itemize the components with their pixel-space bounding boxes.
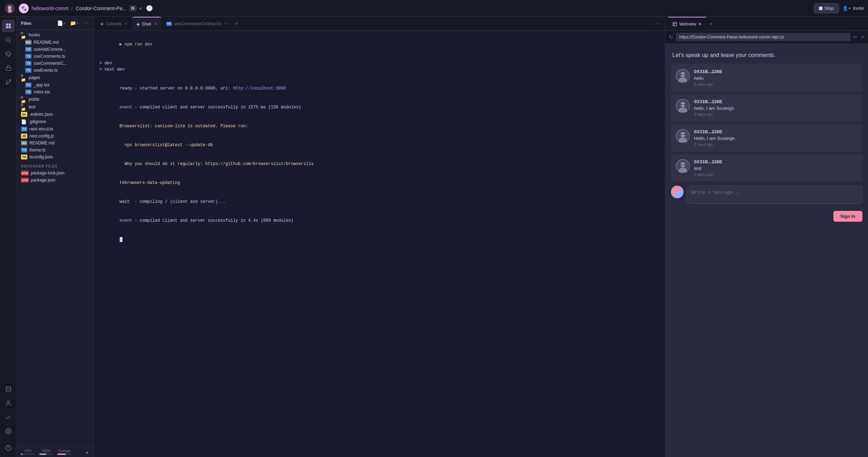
terminal-cursor	[120, 237, 122, 242]
sidebar-item-settings[interactable]	[2, 425, 15, 437]
file-package-lock[interactable]: NPM package-lock.json	[17, 170, 93, 177]
shell-tab-label: Shell	[142, 22, 151, 27]
tabs-more-icon[interactable]: ⋯	[652, 20, 662, 28]
tab-console[interactable]: ▶ Console ✕	[97, 17, 132, 30]
file-readme-root[interactable]: MD README.md	[17, 140, 93, 147]
sidebar-item-secrets[interactable]	[2, 62, 15, 74]
add-tab-icon[interactable]: +	[232, 19, 241, 28]
webview-url-input[interactable]	[676, 33, 850, 41]
webview-header: Let's speak up and leave your comments.	[665, 44, 868, 64]
folder-hooks[interactable]: ▶ 📁 hooks	[17, 31, 93, 39]
folder-icon: ▶ 📁	[21, 32, 27, 38]
webview-tab-close[interactable]: ✕	[698, 22, 702, 27]
svg-rect-1	[6, 23, 8, 26]
file-usecomments[interactable]: TS useComments.ts	[17, 53, 93, 60]
center-panel: ▶ Console ✕ ◈ Shell ✕ TS useCommentsCont…	[94, 17, 665, 457]
replit-logo[interactable]	[4, 3, 15, 14]
tab-usecommentscontract[interactable]: TS useCommentsContract.ts ✕	[162, 17, 231, 30]
storage-resource[interactable]: Storage	[57, 449, 71, 455]
file-theme[interactable]: TS theme.ts	[17, 147, 93, 153]
tab-webview[interactable]: Webview ✕	[668, 17, 706, 30]
repl-owner[interactable]: helloworld-comm	[31, 6, 69, 11]
sidebar-item-files[interactable]	[2, 20, 15, 32]
comment-body: 0X31B...226E hello, I am Souleigh. 2 day…	[694, 99, 858, 116]
svg-point-25	[684, 74, 685, 75]
collapse-panel-icon[interactable]: ▲	[85, 450, 89, 455]
sidebar-item-git[interactable]	[2, 76, 15, 88]
open-external-icon[interactable]: ↗	[860, 34, 864, 40]
terminal-line: event - compiled client and server succe…	[99, 211, 659, 230]
file-useevents[interactable]: TS useEvents.ts	[17, 67, 93, 74]
file-next-config[interactable]: JS next.config.js	[17, 133, 93, 140]
avatar-svg	[677, 70, 689, 82]
file-package[interactable]: NPM package.json	[17, 177, 93, 184]
files-more-icon[interactable]: ⋯	[82, 20, 89, 27]
folder-test[interactable]: ▶ 📁 test	[17, 103, 93, 111]
shell-tab-icon: ◈	[136, 22, 140, 27]
file-usecommentsc[interactable]: TS useCommentsC...	[17, 60, 93, 67]
svg-line-6	[9, 41, 10, 42]
file-eslintrc[interactable]: ES .eslintrc.json	[17, 111, 93, 118]
svg-point-14	[7, 401, 9, 403]
folder-public[interactable]: ▶ 📁 public	[17, 95, 93, 103]
ram-resource[interactable]: RAM	[39, 449, 53, 455]
file-readme-hooks[interactable]: MD README.md	[17, 39, 93, 46]
history-icon[interactable]: 🕐	[146, 5, 153, 12]
tab-shell[interactable]: ◈ Shell ✕	[132, 17, 161, 30]
refresh-icon[interactable]: ↻	[669, 34, 673, 40]
repl-badge[interactable]: N	[129, 5, 136, 12]
sidebar-item-user[interactable]	[2, 397, 15, 409]
repl-chevron-icon[interactable]: ▾	[139, 6, 142, 11]
repl-name[interactable]: Condor-Comment-Pa...	[76, 6, 126, 11]
terminal-line: t#browsers-data-updating	[99, 173, 659, 192]
file-tsconfig[interactable]: TS tsconfig.json	[17, 153, 93, 160]
sidebar-item-search[interactable]	[2, 34, 15, 46]
comment-avatar	[676, 159, 690, 173]
svg-rect-18	[673, 22, 677, 26]
new-file-icon[interactable]: 📄+	[56, 20, 67, 27]
usecommentscontract-tab-close[interactable]: ✕	[224, 21, 227, 26]
terminal[interactable]: ▶ npm run dev > dev > next dev ready - s…	[94, 31, 665, 457]
webview-tab-label: Webview	[679, 22, 696, 27]
terminal-line	[99, 73, 659, 79]
terminal-line: Browserslist: caniuse-lite is outdated. …	[99, 117, 659, 136]
terminal-line: > dev	[99, 60, 659, 66]
add-webview-tab-icon[interactable]: +	[707, 19, 715, 28]
cpu-resource[interactable]: CPU	[21, 449, 35, 455]
stop-icon	[819, 7, 822, 10]
stop-button[interactable]: Stop	[814, 3, 839, 13]
svg-rect-9	[6, 67, 11, 70]
svg-rect-3	[6, 26, 8, 28]
folder-icon: ▶ 📁	[21, 75, 27, 80]
svg-point-39	[681, 164, 682, 165]
invite-button[interactable]: 👤+ Invite	[842, 6, 864, 11]
signin-button[interactable]: Sign In	[833, 211, 862, 222]
console-tab-icon: ▶	[101, 21, 104, 26]
sidebar-item-packages[interactable]	[2, 48, 15, 60]
folder-pages[interactable]: ▶ 📁 pages	[17, 74, 93, 81]
shell-tab-close[interactable]: ✕	[154, 22, 157, 26]
file-app[interactable]: TS _app.tsx	[17, 81, 93, 88]
new-folder-icon[interactable]: 📁+	[69, 20, 80, 27]
edit-url-icon[interactable]: ✏	[853, 34, 858, 40]
terminal-line: wait - compiling / (client and server)..…	[99, 192, 659, 211]
sidebar-item-help[interactable]	[2, 442, 15, 454]
comment-body: 0X31B...226E test 2 days ago	[694, 159, 858, 177]
file-index[interactable]: TS index.tsx	[17, 88, 93, 95]
comment-text: test	[694, 166, 858, 171]
signin-area: Sign In	[665, 208, 868, 227]
comment-item: 0X31B...226E hello, I am Souleigh. 2 day…	[671, 94, 862, 121]
console-tab-close[interactable]: ✕	[124, 21, 127, 26]
cpu-label: CPU	[24, 449, 31, 453]
file-next-env[interactable]: TS next-env.d.ts	[17, 126, 93, 133]
sidebar-item-check[interactable]	[2, 411, 15, 423]
ts-tab-icon: TS	[166, 22, 172, 26]
comment-avatar	[676, 69, 690, 83]
comment-avatar	[676, 129, 690, 143]
sidebar-item-database[interactable]	[2, 383, 15, 395]
terminal-line	[99, 54, 659, 60]
file-useaddcomment[interactable]: TS useAddComme...	[17, 46, 93, 53]
file-gitignore[interactable]: 📄 .gitignore	[17, 118, 93, 126]
message-input[interactable]	[687, 186, 862, 204]
terminal-cursor-line	[99, 230, 659, 249]
